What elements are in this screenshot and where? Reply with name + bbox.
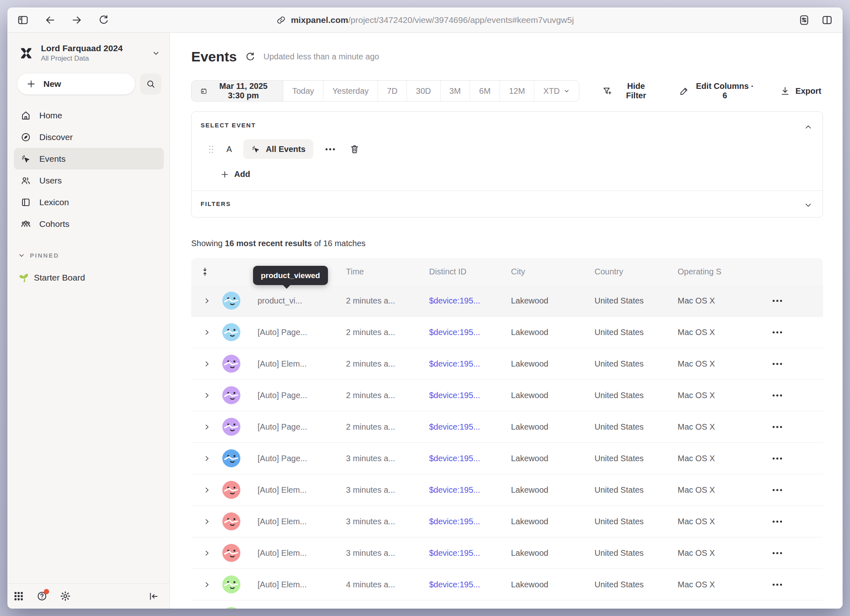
- chevron-down-icon: [804, 201, 813, 210]
- date-preset-today[interactable]: Today: [283, 81, 323, 101]
- date-preset-7d[interactable]: 7D: [378, 81, 407, 101]
- row-actions-button[interactable]: [771, 423, 784, 431]
- row-actions-button[interactable]: [771, 328, 784, 337]
- event-user-avatar: [222, 418, 240, 436]
- cell-country: United States: [595, 517, 678, 526]
- results-summary: Showing 16 most recent results of 16 mat…: [191, 239, 823, 248]
- cell-distinct-id-link[interactable]: $device:195...: [429, 517, 511, 526]
- cell-distinct-id-link[interactable]: $device:195...: [429, 548, 511, 558]
- expand-row-button[interactable]: [203, 329, 210, 336]
- cell-distinct-id-link[interactable]: $device:195...: [429, 328, 511, 337]
- cell-distinct-id-link[interactable]: $device:195...: [429, 580, 511, 589]
- table-row[interactable]: [Auto] Elem... 2 minutes a... $device:19…: [191, 348, 823, 380]
- row-actions-button[interactable]: [771, 454, 784, 463]
- row-actions-button[interactable]: [771, 486, 784, 494]
- settings-button[interactable]: [60, 591, 71, 602]
- date-preset-yesterday[interactable]: Yesterday: [323, 81, 378, 101]
- table-row[interactable]: [Auto] Elem... 3 minutes a... $device:19…: [191, 506, 823, 537]
- expand-row-button[interactable]: [203, 360, 210, 367]
- table-row[interactable]: [Auto] Elem... 4 minutes a... $device:19…: [191, 569, 823, 600]
- browser-split-view-button[interactable]: [821, 14, 833, 26]
- address-bar[interactable]: mixpanel.com/project/3472420/view/397469…: [276, 15, 574, 25]
- browser-page-settings-button[interactable]: [798, 14, 810, 26]
- cell-distinct-id-link[interactable]: $device:195...: [429, 359, 511, 369]
- cell-event-name: [Auto] Elem...: [245, 359, 346, 369]
- pinned-header[interactable]: PINNED: [7, 252, 170, 259]
- row-actions-button[interactable]: [771, 297, 784, 305]
- expand-row-button[interactable]: [203, 550, 210, 557]
- table-row[interactable]: [Auto] Elem... 3 minutes a... $device:19…: [191, 537, 823, 569]
- table-row[interactable]: [Auto] Page... 2 minutes a... $device:19…: [191, 411, 823, 443]
- expand-row-button[interactable]: [203, 518, 210, 525]
- cell-country: United States: [595, 391, 678, 400]
- expand-row-button[interactable]: [203, 487, 210, 494]
- collapse-sidebar-button[interactable]: [148, 591, 159, 602]
- collapse-select-event-button[interactable]: [802, 121, 814, 133]
- sidebar-item-users[interactable]: Users: [14, 170, 164, 191]
- table-row[interactable]: [Auto] Page... 3 minutes a... $device:19…: [191, 443, 823, 474]
- date-range-control: Mar 11, 2025 3:30 pm Today Yesterday 7D …: [191, 80, 579, 102]
- table-body: product_vi... 2 minutes a... $device:195…: [191, 285, 823, 609]
- column-header-city[interactable]: City: [511, 267, 595, 276]
- table-row[interactable]: product_vi... 2 minutes a... $device:195…: [191, 285, 823, 317]
- browser-back-button[interactable]: [44, 14, 56, 26]
- cell-distinct-id-link[interactable]: $device:195...: [429, 485, 511, 495]
- sidebar-item-lexicon[interactable]: Lexicon: [14, 191, 164, 213]
- expand-row-button[interactable]: [203, 297, 210, 304]
- sidebar-item-discover[interactable]: Discover: [14, 126, 164, 148]
- chevron-right-icon: [203, 360, 210, 367]
- table-row[interactable]: [191, 600, 823, 609]
- expand-filters-button[interactable]: [802, 199, 814, 211]
- cell-event-name: [Auto] Elem...: [245, 517, 346, 526]
- browser-sidebar-toggle-button[interactable]: [17, 14, 29, 26]
- collapse-rows-button[interactable]: [200, 267, 210, 276]
- delete-event-button[interactable]: [348, 143, 361, 156]
- cell-distinct-id-link[interactable]: $device:195...: [429, 296, 511, 306]
- browser-forward-button[interactable]: [71, 14, 83, 26]
- cell-distinct-id-link[interactable]: $device:195...: [429, 454, 511, 463]
- cell-country: United States: [595, 548, 678, 558]
- expand-row-button[interactable]: [203, 424, 210, 430]
- sidebar-item-events[interactable]: Events: [14, 148, 164, 170]
- date-preset-3m[interactable]: 3M: [440, 81, 470, 101]
- refresh-button[interactable]: [245, 52, 255, 62]
- sidebar-item-starter-board[interactable]: 🌱 Starter Board: [7, 273, 170, 283]
- new-button[interactable]: New: [17, 73, 135, 95]
- cell-distinct-id-link[interactable]: $device:195...: [429, 422, 511, 432]
- expand-row-button[interactable]: [203, 392, 210, 399]
- row-actions-button[interactable]: [771, 391, 784, 400]
- drag-handle-icon[interactable]: [208, 144, 214, 154]
- project-switcher[interactable]: Lord Farquaad 2024 All Project Data: [7, 33, 170, 67]
- event-more-options-button[interactable]: [324, 145, 337, 154]
- date-preset-12m[interactable]: 12M: [500, 81, 534, 101]
- table-row[interactable]: [Auto] Page... 2 minutes a... $device:19…: [191, 317, 823, 348]
- table-row[interactable]: [Auto] Elem... 3 minutes a... $device:19…: [191, 474, 823, 506]
- expand-row-button[interactable]: [203, 581, 210, 588]
- sidebar-item-home[interactable]: Home: [14, 104, 164, 126]
- search-button[interactable]: [140, 73, 161, 95]
- row-actions-button[interactable]: [771, 517, 784, 526]
- column-header-country[interactable]: Country: [595, 267, 678, 276]
- date-preset-30d[interactable]: 30D: [407, 81, 440, 101]
- column-header-time[interactable]: Time: [346, 267, 429, 276]
- column-header-os[interactable]: Operating S: [678, 267, 764, 276]
- hide-filter-button[interactable]: Hide Filter: [601, 82, 656, 100]
- row-actions-button[interactable]: [771, 580, 784, 589]
- row-actions-button[interactable]: [771, 549, 784, 557]
- expand-row-button[interactable]: [203, 455, 210, 462]
- chevron-right-icon: [203, 455, 210, 462]
- apps-grid-button[interactable]: [13, 591, 24, 602]
- date-preset-6m[interactable]: 6M: [470, 81, 500, 101]
- add-event-button[interactable]: Add: [220, 170, 250, 179]
- export-button[interactable]: Export: [778, 86, 823, 96]
- row-actions-button[interactable]: [771, 360, 784, 368]
- sidebar-item-cohorts[interactable]: Cohorts: [14, 213, 164, 235]
- event-selector-chip[interactable]: All Events: [243, 139, 313, 159]
- column-header-distinct-id[interactable]: Distinct ID: [429, 267, 511, 276]
- date-preset-xtd[interactable]: XTD: [534, 81, 579, 101]
- cell-distinct-id-link[interactable]: $device:195...: [429, 391, 511, 400]
- date-range-current[interactable]: Mar 11, 2025 3:30 pm: [192, 81, 283, 101]
- browser-reload-button[interactable]: [98, 14, 109, 25]
- edit-columns-button[interactable]: Edit Columns · 6: [678, 82, 757, 100]
- table-row[interactable]: [Auto] Page... 2 minutes a... $device:19…: [191, 380, 823, 411]
